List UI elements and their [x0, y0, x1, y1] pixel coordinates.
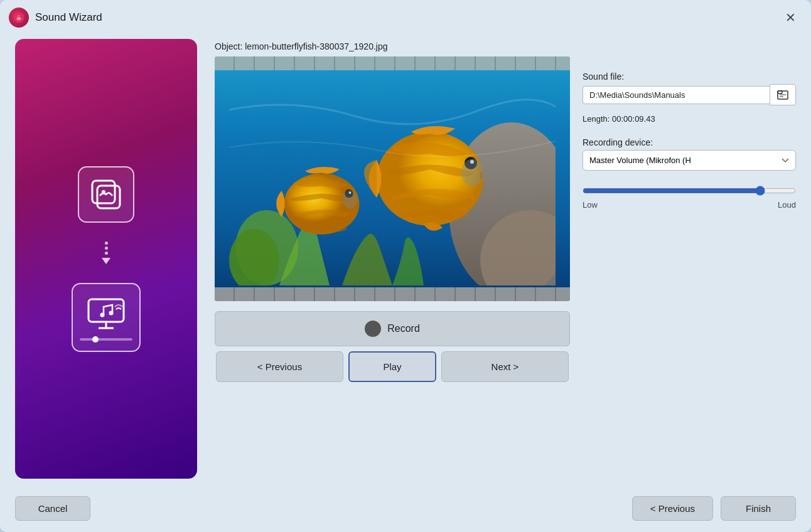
sound-file-section: Sound file: — [583, 72, 796, 105]
finish-button[interactable]: Finish — [721, 496, 796, 521]
browse-icon — [776, 88, 789, 101]
right-panel: Sound file: Leng — [583, 56, 796, 210]
volume-slider-section: Low Loud — [583, 186, 796, 210]
content-row: Record < Previous Play Next > Sound file… — [215, 56, 796, 479]
fish-image-frame — [215, 56, 570, 301]
svg-rect-5 — [89, 299, 124, 322]
close-button[interactable]: ✕ — [781, 8, 800, 27]
svg-rect-3 — [97, 186, 120, 208]
bottom-bar: Cancel < Previous Finish — [0, 487, 811, 532]
volume-loud-label: Loud — [778, 200, 796, 210]
recording-device-section: Recording device: Master Volume (Mikrofo… — [583, 132, 796, 171]
main-area: Object: lemon-butterflyfish-380037_1920.… — [215, 39, 796, 479]
record-label: Record — [387, 323, 420, 334]
nav-row: < Previous Play Next > — [215, 351, 570, 382]
svg-point-9 — [109, 311, 114, 315]
svg-point-8 — [100, 312, 105, 317]
flow-indicator — [102, 242, 110, 264]
bottom-right: < Previous Finish — [632, 496, 796, 521]
svg-rect-23 — [778, 91, 782, 93]
browse-button[interactable] — [770, 84, 796, 105]
volume-labels: Low Loud — [583, 200, 796, 210]
window-title: Sound Wizard — [35, 11, 775, 24]
app-icon — [9, 8, 29, 28]
length-label: Length: 00:00:09.43 — [583, 114, 796, 124]
cancel-button[interactable]: Cancel — [15, 496, 90, 521]
left-panel — [15, 39, 197, 479]
title-bar: Sound Wizard ✕ — [0, 0, 811, 33]
object-label: Object: lemon-butterflyfish-380037_1920.… — [215, 41, 796, 51]
volume-slider[interactable] — [583, 186, 796, 196]
record-icon — [365, 321, 381, 337]
sound-file-input[interactable] — [583, 86, 770, 104]
image-icon-box — [78, 166, 134, 223]
fish-svg-container — [215, 56, 570, 301]
previous-button[interactable]: < Previous — [216, 351, 343, 382]
dialog-body: Object: lemon-butterflyfish-380037_1920.… — [0, 33, 811, 487]
recording-device-label: Recording device: — [583, 137, 796, 147]
sound-file-label: Sound file: — [583, 72, 796, 82]
svg-point-21 — [343, 190, 358, 209]
play-button[interactable]: Play — [348, 351, 436, 382]
next-button[interactable]: Next > — [441, 351, 569, 382]
music-icon-box — [72, 283, 141, 352]
volume-low-label: Low — [583, 200, 598, 210]
svg-point-1 — [17, 17, 21, 20]
image-section: Record < Previous Play Next > — [215, 56, 570, 382]
sound-file-row — [583, 84, 796, 105]
dialog-window: Sound Wizard ✕ — [0, 0, 811, 532]
fish-canvas — [215, 56, 570, 301]
svg-point-17 — [461, 159, 484, 186]
record-button[interactable]: Record — [215, 311, 570, 346]
bottom-left: Cancel — [15, 496, 90, 521]
left-panel-inner — [59, 141, 153, 377]
svg-point-4 — [102, 190, 105, 194]
device-select[interactable]: Master Volume (Mikrofon (H — [583, 150, 796, 171]
bottom-previous-button[interactable]: < Previous — [632, 496, 713, 521]
